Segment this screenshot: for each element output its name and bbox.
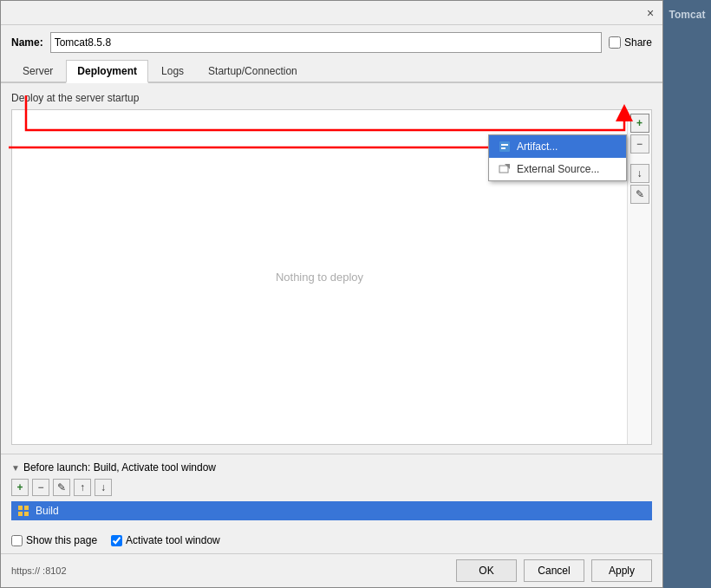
show-page-checkbox[interactable] bbox=[11, 535, 23, 546]
svg-rect-6 bbox=[24, 506, 29, 510]
nothing-text: Nothing to deploy bbox=[276, 271, 363, 284]
svg-rect-8 bbox=[24, 512, 29, 516]
share-area: Share bbox=[609, 36, 652, 49]
dropdown-external[interactable]: External Source... bbox=[489, 158, 626, 180]
deploy-header: Deploy at the server startup bbox=[11, 92, 652, 104]
before-add-button[interactable]: + bbox=[11, 479, 29, 496]
before-edit-button[interactable]: ✎ bbox=[53, 479, 70, 496]
apply-button[interactable]: Apply bbox=[591, 559, 652, 582]
before-launch-header: ▼ Before launch: Build, Activate tool wi… bbox=[11, 461, 652, 474]
deploy-panel: Nothing to deploy + − ↓ ✎ bbox=[11, 109, 652, 445]
title-bar: × bbox=[1, 1, 662, 25]
tabs-bar: Server Deployment Logs Startup/Connectio… bbox=[1, 60, 662, 83]
edit-artifact-button[interactable]: ✎ bbox=[630, 185, 649, 204]
activate-window-checkbox[interactable] bbox=[111, 535, 122, 546]
activate-window-group: Activate tool window bbox=[111, 534, 220, 546]
tomcat-sidebar: Tomcat bbox=[663, 0, 711, 588]
artifact-icon bbox=[498, 140, 512, 154]
build-row: Build bbox=[11, 501, 652, 520]
tomcat-label: Tomcat bbox=[669, 9, 706, 21]
dropdown-artifact[interactable]: Artifact... bbox=[489, 135, 626, 158]
down-artifact-button[interactable]: ↓ bbox=[630, 164, 649, 183]
before-remove-button[interactable]: − bbox=[32, 479, 49, 496]
main-dialog: × Name: Share Server Deployment Logs Sta… bbox=[0, 0, 663, 588]
name-label: Name: bbox=[11, 36, 43, 49]
build-icon bbox=[16, 504, 30, 518]
artifact-label: Artifact... bbox=[517, 140, 558, 153]
svg-rect-0 bbox=[499, 141, 510, 152]
show-page-group: Show this page bbox=[11, 534, 97, 546]
name-row: Name: Share bbox=[1, 25, 662, 60]
svg-rect-2 bbox=[501, 147, 506, 149]
svg-marker-4 bbox=[505, 164, 510, 169]
share-label: Share bbox=[624, 36, 652, 49]
external-label: External Source... bbox=[517, 163, 599, 175]
collapse-icon: ▼ bbox=[11, 463, 20, 473]
svg-rect-7 bbox=[18, 512, 23, 516]
show-page-label: Show this page bbox=[26, 534, 97, 546]
bottom-bar: https:// :8102 OK Cancel Apply bbox=[1, 553, 662, 587]
share-checkbox[interactable] bbox=[609, 36, 621, 49]
before-down-button[interactable]: ↓ bbox=[95, 479, 112, 496]
options-row: Show this page Activate tool window bbox=[1, 527, 662, 553]
build-label: Build bbox=[36, 505, 59, 517]
deploy-side-buttons: + − ↓ ✎ bbox=[627, 110, 651, 444]
artifact-dropdown: Artifact... External Source... bbox=[488, 134, 627, 181]
activate-window-label: Activate tool window bbox=[126, 534, 220, 546]
content-area: Deploy at the server startup Nothing to … bbox=[1, 83, 662, 454]
tab-logs[interactable]: Logs bbox=[150, 60, 195, 82]
remove-artifact-button[interactable]: − bbox=[630, 134, 649, 154]
external-icon bbox=[498, 162, 512, 176]
svg-rect-5 bbox=[18, 506, 23, 510]
before-launch-toolbar: + − ✎ ↑ ↓ bbox=[11, 479, 652, 496]
tab-deployment[interactable]: Deployment bbox=[66, 60, 148, 83]
close-button[interactable]: × bbox=[643, 6, 657, 20]
tab-startup[interactable]: Startup/Connection bbox=[197, 60, 309, 82]
ok-button[interactable]: OK bbox=[456, 559, 517, 582]
before-launch-title: Before launch: Build, Activate tool wind… bbox=[23, 461, 216, 474]
svg-rect-3 bbox=[499, 166, 508, 173]
tab-server[interactable]: Server bbox=[11, 60, 64, 82]
add-artifact-button[interactable]: + bbox=[630, 114, 649, 133]
url-text: https:// :8102 bbox=[11, 565, 449, 576]
before-up-button[interactable]: ↑ bbox=[74, 479, 91, 496]
svg-rect-1 bbox=[501, 144, 508, 146]
name-input[interactable] bbox=[50, 32, 602, 53]
before-launch-section: ▼ Before launch: Build, Activate tool wi… bbox=[1, 454, 662, 527]
cancel-button[interactable]: Cancel bbox=[524, 559, 584, 582]
